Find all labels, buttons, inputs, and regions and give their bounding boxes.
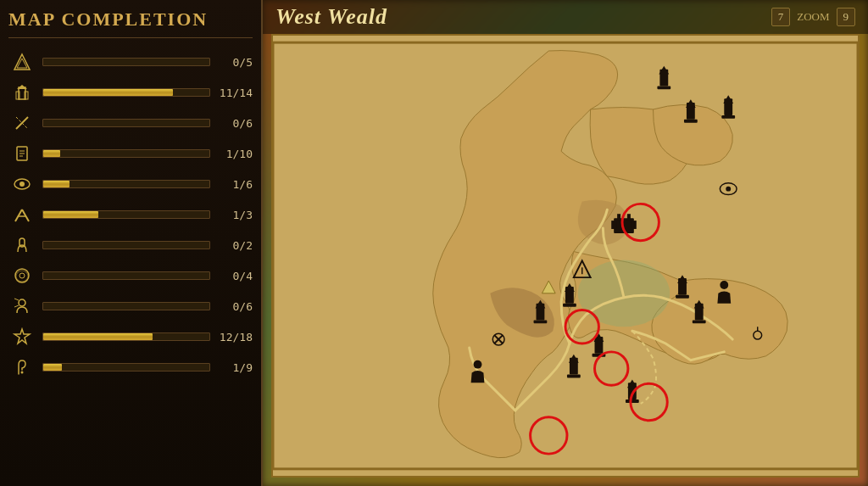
completion-icon-dungeons <box>8 233 36 257</box>
map-area: West Weald 7 ZOOM 9 <box>263 0 868 486</box>
completion-label-skyshards: 1/6 <box>217 178 253 191</box>
svg-point-65 <box>720 281 728 289</box>
completion-bar-lorebooks <box>42 149 210 158</box>
completion-bar-fill-lorebooks <box>43 150 60 157</box>
zoom-key-right[interactable]: 9 <box>837 8 856 26</box>
svg-line-15 <box>22 209 29 221</box>
completion-icon-misc <box>8 355 36 379</box>
svg-rect-46 <box>563 304 576 307</box>
completion-icon-lorebooks <box>8 142 36 165</box>
zoom-control: 7 ZOOM 9 <box>771 8 855 26</box>
completion-icon-quests <box>8 294 36 318</box>
completion-row-skyshards: 1/6 <box>8 170 253 198</box>
completion-bar-skyshards <box>42 180 210 188</box>
map-title: West Weald <box>275 4 387 30</box>
completion-row-delves: 1/3 <box>8 201 253 228</box>
svg-rect-31 <box>684 120 698 123</box>
svg-point-13 <box>19 182 25 187</box>
svg-marker-1 <box>17 59 27 68</box>
completion-row-cities: 11/14 <box>8 79 253 106</box>
svg-line-14 <box>15 209 22 221</box>
svg-rect-58 <box>626 399 639 403</box>
completion-icon-skyshards <box>8 172 36 196</box>
completion-row-misc: 1/9 <box>8 354 253 381</box>
svg-line-21 <box>14 299 19 300</box>
completion-bar-striking <box>42 119 210 127</box>
zoom-key-left[interactable]: 7 <box>771 8 791 26</box>
svg-point-20 <box>19 299 25 306</box>
completion-icon-delves <box>8 203 36 226</box>
completion-bar-quests <box>42 302 210 310</box>
completion-row-sets: 12/18 <box>8 323 253 350</box>
completion-icon-cities <box>8 81 36 104</box>
completion-label-lorebooks: 1/10 <box>217 148 253 160</box>
svg-point-68 <box>474 360 482 369</box>
completion-icon-striking <box>8 111 36 135</box>
completion-bar-fill-skyshards <box>43 181 70 187</box>
map-header: West Weald 7 ZOOM 9 <box>263 0 868 34</box>
completion-label-striking: 0/6 <box>217 117 253 130</box>
completion-bar-cities <box>42 88 210 97</box>
completion-label-quests: 0/6 <box>217 300 253 313</box>
svg-rect-41 <box>627 214 631 221</box>
completion-label-wayshrines: 0/5 <box>217 56 253 69</box>
sidebar-title: MAP COMPLETION <box>8 8 253 38</box>
svg-point-19 <box>19 273 25 278</box>
svg-point-36 <box>726 187 731 192</box>
svg-rect-55 <box>567 374 581 377</box>
completion-row-lorebooks: 1/10 <box>8 140 253 167</box>
completion-icon-worldbosses <box>8 264 36 288</box>
completion-label-misc: 1/9 <box>217 361 253 374</box>
parchment-map[interactable] <box>271 34 860 478</box>
completion-bar-fill-misc <box>43 364 62 371</box>
completion-row-worldbosses: 0/4 <box>8 262 253 289</box>
completion-bar-dungeons <box>42 241 210 249</box>
zoom-label: ZOOM <box>797 10 829 24</box>
completion-bar-misc <box>42 363 210 371</box>
svg-marker-0 <box>14 54 30 70</box>
svg-rect-40 <box>617 214 620 221</box>
completion-label-worldbosses: 0/4 <box>217 270 253 282</box>
svg-rect-28 <box>657 86 670 89</box>
completion-bar-worldbosses <box>42 271 210 280</box>
completion-row-quests: 0/6 <box>8 293 253 320</box>
completion-row-striking: 0/6 <box>8 109 253 137</box>
svg-line-22 <box>14 305 19 307</box>
completion-bar-wayshrines <box>42 58 210 66</box>
svg-rect-61 <box>676 295 689 299</box>
completion-icon-wayshrines <box>8 50 36 74</box>
completion-bar-fill-sets <box>43 333 153 340</box>
completion-row-wayshrines: 0/5 <box>8 48 253 75</box>
map-completion-sidebar: MAP COMPLETION 0/511/140/61/101/61/30/20… <box>0 0 263 486</box>
completion-bar-fill-delves <box>43 211 98 218</box>
completion-label-sets: 12/18 <box>217 331 253 344</box>
svg-rect-34 <box>721 115 735 119</box>
completion-label-cities: 11/14 <box>217 87 253 99</box>
completion-bar-sets <box>42 332 210 341</box>
completion-icon-sets <box>8 325 36 349</box>
svg-rect-38 <box>611 221 616 229</box>
svg-rect-64 <box>693 320 706 323</box>
svg-rect-39 <box>632 221 637 229</box>
completion-list: 0/511/140/61/101/61/30/20/40/612/181/9 <box>8 45 253 384</box>
completion-bar-fill-cities <box>43 89 173 96</box>
completion-label-delves: 1/3 <box>217 209 253 221</box>
completion-row-dungeons: 0/2 <box>8 232 253 259</box>
svg-point-23 <box>21 371 24 374</box>
completion-label-dungeons: 0/2 <box>217 239 253 252</box>
completion-bar-delves <box>42 210 210 219</box>
svg-rect-49 <box>534 320 548 323</box>
